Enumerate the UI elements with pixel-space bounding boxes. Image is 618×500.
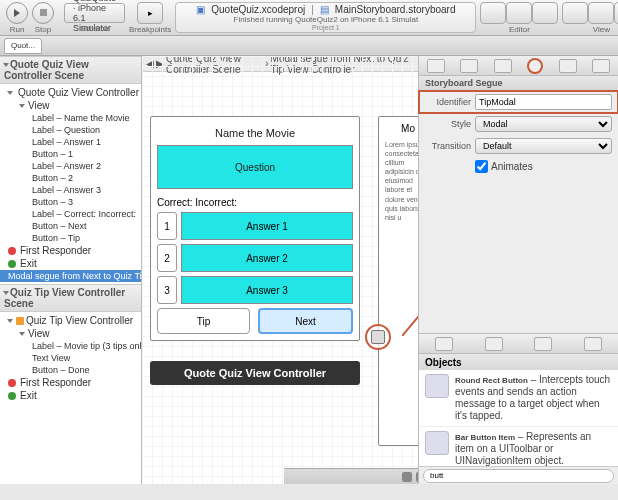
- object-item[interactable]: Round Rect Button – Intercepts touch eve…: [419, 370, 618, 427]
- vc-title-bar[interactable]: Quote Quiz View Controller: [150, 361, 360, 385]
- scene-header-2[interactable]: Quiz Tip View Controller Scene: [0, 284, 141, 312]
- editor-standard-button[interactable]: [480, 2, 506, 24]
- view-label: View: [593, 25, 610, 34]
- object-item[interactable]: Bar Button Item – Represents an item on …: [419, 427, 618, 466]
- file-inspector-icon[interactable]: [427, 59, 445, 73]
- animates-checkbox[interactable]: [475, 160, 488, 173]
- scene-header-1[interactable]: Quote Quiz View Controller Scene: [0, 56, 141, 84]
- editor-version-button[interactable]: [532, 2, 558, 24]
- outline-item[interactable]: Label – Correct: Incorrect:: [0, 208, 141, 220]
- animates-row: Animates: [419, 157, 618, 176]
- outline-item[interactable]: Button – 3: [0, 196, 141, 208]
- outline-item[interactable]: Text View: [0, 352, 141, 364]
- library-selector: [419, 334, 618, 354]
- outline-vc2[interactable]: Quiz Tip View Controller: [0, 314, 141, 327]
- object-library-icon[interactable]: [534, 337, 552, 351]
- outline-segue-selected[interactable]: Modal segue from Next to Quiz Tip V...: [0, 270, 141, 282]
- outline-item[interactable]: Button – 2: [0, 172, 141, 184]
- outline-vc1[interactable]: Quote Quiz View Controller: [0, 86, 141, 99]
- outline-item[interactable]: Label – Question: [0, 124, 141, 136]
- score-label: Correct: Incorrect:: [157, 195, 353, 212]
- outline-item[interactable]: Label – Answer 2: [0, 160, 141, 172]
- project-icon: ▣: [196, 4, 205, 15]
- utilities-panel: Storyboard Segue Identifier Style Modal …: [418, 56, 618, 484]
- view-debug-button[interactable]: [588, 2, 614, 24]
- answer-2-button[interactable]: Answer 2: [181, 244, 353, 272]
- style-label: Style: [425, 119, 471, 129]
- stop-icon: [40, 9, 47, 16]
- outline-view1[interactable]: View: [0, 99, 141, 112]
- status-sub: Finished running QuoteQuiz2 on iPhone 6.…: [196, 15, 455, 24]
- segue-icon[interactable]: [365, 324, 391, 350]
- outline-first-responder[interactable]: First Responder: [0, 244, 141, 257]
- help-inspector-icon[interactable]: [460, 59, 478, 73]
- outline-exit-2[interactable]: Exit: [0, 389, 141, 402]
- view-nav-button[interactable]: [562, 2, 588, 24]
- tip-button[interactable]: Tip: [157, 308, 250, 334]
- transition-select[interactable]: Default: [475, 138, 612, 154]
- answer-2-num[interactable]: 2: [157, 244, 177, 272]
- code-snippet-icon[interactable]: [485, 337, 503, 351]
- run-button[interactable]: [6, 2, 28, 24]
- identity-inspector-icon[interactable]: [494, 59, 512, 73]
- file-template-icon[interactable]: [435, 337, 453, 351]
- editor-label: Editor: [509, 25, 530, 34]
- outline-item[interactable]: Label – Answer 3: [0, 184, 141, 196]
- outline-item[interactable]: Button – Done: [0, 364, 141, 376]
- animates-label: Animates: [491, 161, 533, 172]
- outline-item[interactable]: Label – Movie tip (3 tips only): [0, 340, 141, 352]
- transition-label: Transition: [425, 141, 471, 151]
- outline-item[interactable]: Button – Tip: [0, 232, 141, 244]
- outline-item[interactable]: Label – Name the Movie: [0, 112, 141, 124]
- editor-assistant-button[interactable]: [506, 2, 532, 24]
- size-inspector-icon[interactable]: [559, 59, 577, 73]
- objects-header: Objects: [419, 354, 618, 370]
- connections-inspector-icon[interactable]: [592, 59, 610, 73]
- list-view-icon[interactable]: [586, 356, 598, 368]
- attributes-inspector-icon[interactable]: [527, 58, 543, 74]
- stop-button[interactable]: [32, 2, 54, 24]
- outline-item[interactable]: Button – 1: [0, 148, 141, 160]
- outline-view2[interactable]: View: [0, 327, 141, 340]
- bar-button-item-icon: [425, 431, 449, 455]
- scheme-selector[interactable]: QuizQuote · iPhone 6.1 Simulator: [64, 3, 125, 23]
- outline-first-responder-2[interactable]: First Responder: [0, 376, 141, 389]
- phone-scene-1[interactable]: Name the Movie Question Correct: Incorre…: [150, 116, 360, 385]
- segue-section-header: Storyboard Segue: [419, 76, 618, 91]
- outline-item[interactable]: Label – Answer 1: [0, 136, 141, 148]
- tab-project[interactable]: Quot...: [4, 38, 42, 54]
- style-row: Style Modal: [419, 113, 618, 135]
- dock-vc-icon[interactable]: [402, 472, 412, 482]
- question-label: Question: [157, 145, 353, 189]
- status-title: QuoteQuiz.xcodeproj: [211, 4, 305, 15]
- answer-1-num[interactable]: 1: [157, 212, 177, 240]
- tip-textview: Lorem ipsum consectetaur cillium adipisi…: [385, 140, 418, 222]
- library-filter[interactable]: [423, 469, 614, 483]
- answer-3-num[interactable]: 3: [157, 276, 177, 304]
- outline-item[interactable]: Button – Next: [0, 220, 141, 232]
- tab-bar: Quot...: [0, 36, 618, 56]
- main-toolbar: Run Stop QuizQuote · iPhone 6.1 Simulato…: [0, 0, 618, 36]
- outline-exit[interactable]: Exit: [0, 257, 141, 270]
- identifier-row: Identifier: [419, 91, 618, 113]
- scheme-label: Scheme: [80, 24, 109, 33]
- view-util-button[interactable]: [614, 2, 618, 24]
- identifier-field[interactable]: [475, 94, 612, 110]
- answer-3-button[interactable]: Answer 3: [181, 276, 353, 304]
- dock-responder-icon[interactable]: [416, 472, 418, 482]
- run-label: Run: [10, 25, 25, 34]
- storyboard-icon: ▤: [320, 4, 329, 15]
- stop-label: Stop: [35, 25, 51, 34]
- answer-1-button[interactable]: Answer 1: [181, 212, 353, 240]
- breakpoints-label: Breakpoints: [129, 25, 171, 34]
- grid-view-icon[interactable]: [600, 356, 612, 368]
- play-icon: [14, 9, 20, 17]
- ib-canvas[interactable]: ◀ ▶ Quote Quiz View Controller Scene › M…: [142, 56, 418, 484]
- style-select[interactable]: Modal: [475, 116, 612, 132]
- media-library-icon[interactable]: [584, 337, 602, 351]
- phone-scene-2[interactable]: Mo Lorem ipsum consectetaur cillium adip…: [378, 116, 418, 446]
- status-file: MainStoryboard.storyboard: [335, 4, 456, 15]
- breakpoints-button[interactable]: ▸: [137, 2, 163, 24]
- transition-row: Transition Default: [419, 135, 618, 157]
- next-button[interactable]: Next: [258, 308, 353, 334]
